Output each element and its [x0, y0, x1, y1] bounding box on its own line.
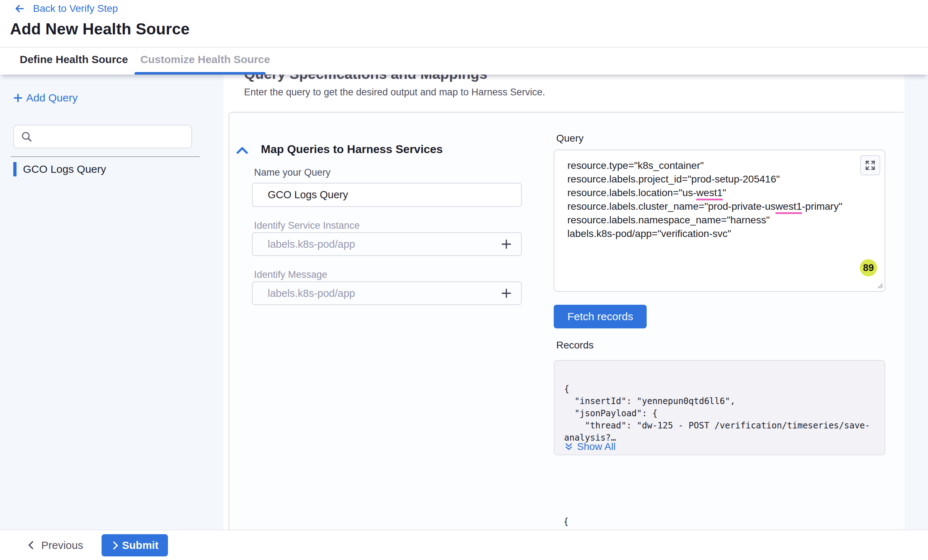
query-mapping-panel: Map Queries to Harness Services Name you… [229, 112, 904, 530]
chevron-up-icon [236, 146, 248, 155]
chevron-left-icon [28, 541, 37, 549]
page-subheading: Enter the query to get the desired outpu… [244, 87, 545, 98]
record-2-json: { "insertId": "r6rk2tnah3owf5eh", "jsonP… [563, 516, 882, 530]
show-all-label: Show All [577, 441, 615, 452]
record-1-json: { "insertId": "yennepun0qtd6ll6", "jsonP… [564, 383, 881, 444]
query-name-input[interactable] [267, 189, 513, 201]
page-header: Back to Verify Step Add New Health Sourc… [0, 0, 928, 48]
add-health-source-page: Query Specifications and Mappings Add Qu… [0, 0, 928, 560]
add-message-button[interactable] [500, 287, 513, 299]
records-label: Records [556, 339, 594, 351]
collapse-section-button[interactable] [234, 144, 250, 156]
identify-service-instance-label: Identify Service Instance [254, 220, 360, 231]
plus-icon [500, 287, 513, 299]
page-title: Add New Health Source [10, 20, 190, 38]
back-to-verify-step-link[interactable]: Back to Verify Step [14, 3, 118, 14]
fullscreen-expand-icon [865, 160, 876, 170]
identify-message-field[interactable] [252, 282, 522, 305]
back-arrow-icon [14, 3, 26, 14]
submit-button[interactable]: Submit [102, 534, 168, 556]
sidebar-item-gco-logs-query[interactable]: GCO Logs Query [13, 162, 106, 177]
query-name-field[interactable] [252, 183, 522, 207]
tab-define-health-source[interactable]: Define Health Source [20, 47, 128, 72]
service-instance-input[interactable] [267, 238, 496, 251]
previous-label: Previous [41, 539, 83, 551]
add-service-instance-button[interactable] [500, 238, 513, 250]
section-title: Map Queries to Harness Services [261, 143, 443, 156]
search-icon [20, 131, 33, 143]
submit-label: Submit [122, 539, 159, 551]
character-count-badge: 89 [860, 259, 877, 276]
footer-bar: Previous Submit [0, 530, 928, 560]
double-chevron-down-icon [564, 442, 574, 451]
content-body: Add Query GCO Logs Query Enter the query… [0, 75, 928, 530]
name-your-query-label: Name your Query [254, 167, 331, 178]
sidebar-divider [11, 156, 200, 157]
service-instance-field[interactable] [252, 232, 522, 256]
add-query-button[interactable]: Add Query [12, 92, 78, 104]
chevron-right-icon [110, 541, 118, 549]
main-content: Enter the query to get the desired outpu… [224, 75, 904, 530]
fetch-records-button[interactable]: Fetch records [554, 305, 647, 329]
tab-customize-health-source[interactable]: Customize Health Source [140, 47, 270, 72]
identify-message-label: Identify Message [254, 269, 327, 280]
plus-icon [12, 93, 23, 103]
resize-grip-icon [875, 281, 883, 289]
query-text: resource.type="k8s_container"resource.la… [567, 159, 852, 240]
query-search-input[interactable] [37, 131, 182, 143]
expand-query-button[interactable] [860, 155, 880, 175]
back-link-label: Back to Verify Step [33, 3, 118, 14]
query-item-label: GCO Logs Query [23, 163, 106, 175]
show-all-link[interactable]: Show All [564, 441, 615, 452]
query-label: Query [556, 132, 583, 144]
previous-button[interactable]: Previous [29, 530, 83, 560]
plus-icon [500, 238, 513, 250]
records-preview-box: { "insertId": "yennepun0qtd6ll6", "jsonP… [554, 360, 885, 455]
query-textarea[interactable]: resource.type="k8s_container"resource.la… [554, 149, 885, 292]
active-tab-underline [134, 72, 266, 75]
query-search-box[interactable] [13, 125, 192, 148]
tab-bar: Define Health Source Customize Health So… [0, 47, 928, 75]
query-sidebar: Add Query GCO Logs Query [0, 75, 224, 530]
resize-handle[interactable] [875, 281, 883, 290]
identify-message-input[interactable] [267, 287, 496, 300]
selected-indicator-bar [13, 162, 17, 177]
add-query-label: Add Query [26, 92, 78, 104]
